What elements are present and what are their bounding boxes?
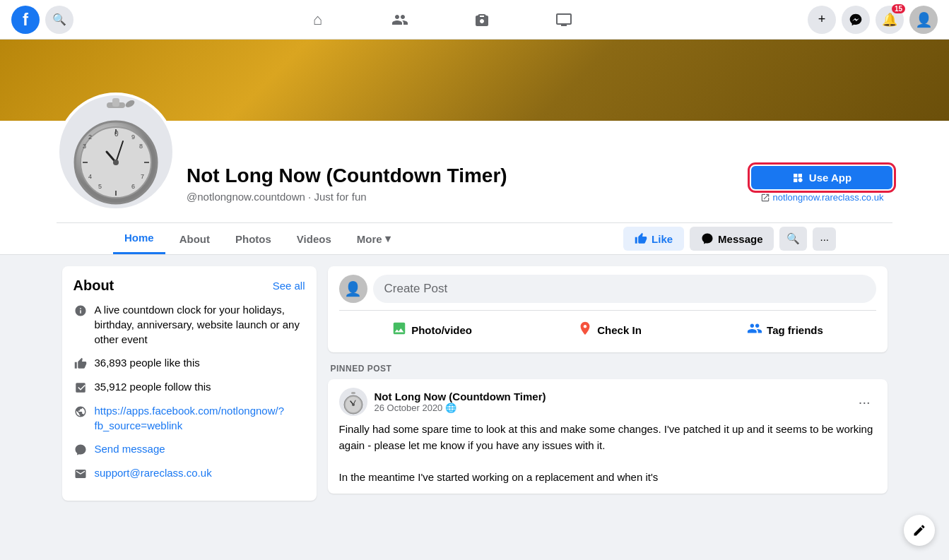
create-post-divider <box>339 310 876 311</box>
nav-tabs: Home About Photos Videos More ▾ <box>113 223 402 254</box>
info-icon <box>73 304 88 318</box>
profile-avatar-button[interactable]: 👤 <box>909 6 938 34</box>
marketplace-nav-button[interactable] <box>442 3 521 37</box>
nav-actions: Like Message 🔍 ··· <box>623 227 836 251</box>
globe-icon <box>73 405 88 419</box>
profile-section: 0 9 8 2 3 4 5 6 7 <box>0 121 949 255</box>
profile-avatar-wrapper: 0 9 8 2 3 4 5 6 7 <box>57 93 175 211</box>
likes-text: 36,893 people like this <box>95 355 200 370</box>
tab-photos[interactable]: Photos <box>224 225 283 254</box>
post-body: Finally had some spare time to look at t… <box>328 422 888 494</box>
nav-center: ⌂ <box>278 3 603 37</box>
post-time: 26 October 2020 🌐 <box>375 403 846 413</box>
svg-text:5: 5 <box>98 183 102 190</box>
profile-top: 0 9 8 2 3 4 5 6 7 <box>57 121 892 222</box>
home-nav-button[interactable]: ⌂ <box>278 3 358 37</box>
thumbs-up-icon <box>73 357 88 371</box>
check-in-label: Check In <box>597 324 642 336</box>
tag-friends-button[interactable]: Tag friends <box>738 316 832 344</box>
friends-nav-button[interactable] <box>360 3 440 37</box>
post-more-button[interactable]: ··· <box>853 391 876 413</box>
pinned-post-label: PINNED POST <box>328 364 888 374</box>
about-description-text: A live countdown clock for your holidays… <box>95 302 305 347</box>
tab-more[interactable]: More ▾ <box>346 224 402 254</box>
profile-info: Not Long Now (Countdown Timer) @notlongn… <box>187 164 740 211</box>
nav-right: + 🔔 15 👤 <box>808 6 938 34</box>
post-header: Not Long Now (Countdown Timer) 26 Octobe… <box>328 379 888 422</box>
post-body-1: Finally had some spare time to look at t… <box>339 422 876 453</box>
nav-left: f 🔍 <box>11 6 73 34</box>
add-button[interactable]: + <box>808 6 836 34</box>
tag-friends-label: Tag friends <box>767 324 823 336</box>
about-follows: 35,912 people follow this <box>73 379 305 395</box>
notifications-button[interactable]: 🔔 15 <box>876 6 904 34</box>
page-name: Not Long Now (Countdown Timer) <box>187 164 740 188</box>
use-app-wrapper: Use App notlongnow.rareclass.co.uk <box>751 166 892 203</box>
messenger-about-icon <box>73 443 88 457</box>
about-likes: 36,893 people like this <box>73 355 305 371</box>
svg-text:0: 0 <box>114 130 119 138</box>
facebook-logo[interactable]: f <box>11 6 40 34</box>
pinned-post-section: PINNED POST <box>328 364 888 494</box>
send-message-link: Send message <box>95 441 165 456</box>
checkmark-icon <box>73 381 88 395</box>
svg-point-20 <box>113 160 119 165</box>
create-post-actions: Photo/video Check In Tag friends <box>339 316 876 344</box>
post-meta: Not Long Now (Countdown Timer) 26 Octobe… <box>375 391 846 413</box>
post-body-2: In the meantime I've started working on … <box>339 470 876 486</box>
email-link: support@rareclass.co.uk <box>95 465 212 480</box>
create-post-input[interactable]: Create Post <box>373 275 876 303</box>
follows-text: 35,912 people follow this <box>95 379 211 394</box>
website-link[interactable]: notlongnow.rareclass.co.uk <box>751 192 892 203</box>
svg-text:8: 8 <box>139 143 143 150</box>
photo-video-button[interactable]: Photo/video <box>383 316 481 344</box>
like-button[interactable]: Like <box>623 227 684 251</box>
search-page-button[interactable]: 🔍 <box>779 227 807 251</box>
tab-home[interactable]: Home <box>113 223 165 254</box>
location-pin-icon <box>577 321 593 340</box>
website-url[interactable]: notlongnow.rareclass.co.uk <box>773 192 884 203</box>
messenger-button[interactable] <box>842 6 870 34</box>
about-card: About See all A live countdown clock for… <box>62 266 317 501</box>
page-handle: @notlongnow.countdown · Just for fun <box>187 191 740 203</box>
post-author-name: Not Long Now (Countdown Timer) <box>375 391 846 403</box>
svg-rect-1 <box>112 98 119 107</box>
globe-icon-post: 🌐 <box>445 403 456 413</box>
svg-text:2: 2 <box>88 133 92 141</box>
about-card-header: About See all <box>73 278 305 294</box>
about-title: About <box>73 278 114 294</box>
svg-point-2 <box>124 99 136 109</box>
svg-text:9: 9 <box>131 133 135 141</box>
message-button[interactable]: Message <box>690 227 774 251</box>
about-send-message: Send message <box>73 441 305 457</box>
create-post-box: 👤 Create Post Photo/video <box>328 266 888 352</box>
page-avatar: 0 9 8 2 3 4 5 6 7 <box>57 93 175 211</box>
watch-nav-button[interactable] <box>524 3 603 37</box>
notification-badge: 15 <box>892 4 905 13</box>
email-icon <box>73 467 88 481</box>
tab-about[interactable]: About <box>168 225 221 254</box>
photo-video-label: Photo/video <box>411 324 472 336</box>
facebook-url: https://apps.facebook.com/notlongnow/?fb… <box>95 403 305 433</box>
photo-video-icon <box>391 321 407 340</box>
svg-text:7: 7 <box>141 173 144 180</box>
content-area: About See all A live countdown clock for… <box>51 266 899 501</box>
see-all-button[interactable]: See all <box>273 280 305 292</box>
svg-point-26 <box>352 403 355 406</box>
create-post-top: 👤 Create Post <box>339 275 876 303</box>
search-button[interactable]: 🔍 <box>45 6 73 34</box>
page-navigation: Home About Photos Videos More ▾ Like Mes… <box>57 222 892 254</box>
post-author-avatar <box>339 388 367 416</box>
svg-rect-23 <box>351 392 355 394</box>
svg-text:3: 3 <box>83 143 86 150</box>
about-email: support@rareclass.co.uk <box>73 465 305 481</box>
right-column: 👤 Create Post Photo/video <box>328 266 888 501</box>
profile-actions: Use App notlongnow.rareclass.co.uk <box>751 166 892 211</box>
tab-videos[interactable]: Videos <box>285 225 343 254</box>
svg-text:6: 6 <box>131 183 135 190</box>
use-app-button[interactable]: Use App <box>751 166 892 189</box>
top-navigation: f 🔍 ⌂ + 🔔 15 👤 <box>0 0 949 40</box>
more-options-button[interactable]: ··· <box>813 227 836 251</box>
page-wrapper: 0 9 8 2 3 4 5 6 7 <box>0 40 949 501</box>
check-in-button[interactable]: Check In <box>569 316 650 344</box>
